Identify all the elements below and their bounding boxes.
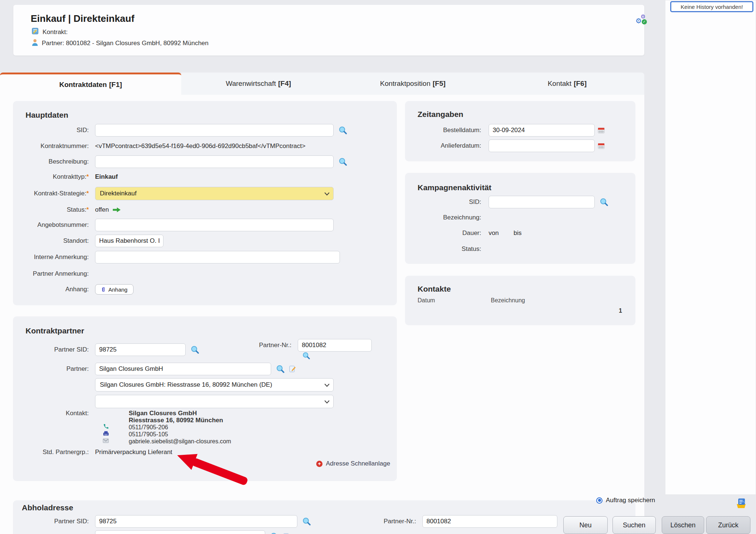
tab-kontraktposition[interactable]: Kontraktposition[F5] bbox=[335, 73, 490, 95]
beschreibung-input[interactable] bbox=[95, 155, 334, 168]
adresse-schnellanlage-link[interactable]: + Adresse Schnellanlage bbox=[316, 460, 390, 467]
kontrakt-summary-label: Kontrakt: bbox=[43, 28, 68, 36]
mail-icon bbox=[103, 438, 109, 444]
kontakt-label: Kontakt: bbox=[13, 410, 95, 417]
zurueck-button[interactable]: Zurück bbox=[706, 516, 750, 534]
dauer-von-label: von bbox=[489, 229, 499, 237]
chevron-down-icon bbox=[324, 400, 330, 404]
partner-input[interactable] bbox=[95, 363, 271, 375]
partner-nr-input[interactable] bbox=[298, 339, 372, 352]
kontakte-panel: Kontakte Datum Bezeichnung 1 bbox=[405, 276, 635, 325]
suchen-button[interactable]: Suchen bbox=[612, 516, 656, 534]
kontrakttyp-value: Einkauf bbox=[95, 173, 118, 181]
chevron-down-icon bbox=[324, 192, 330, 196]
kontakt-email: gabriele.siebelist@silgan-closures.com bbox=[129, 438, 231, 445]
kontakte-column-headers: Datum Bezeichnung bbox=[418, 297, 525, 304]
anhang-button[interactable]: Anhang bbox=[95, 284, 134, 295]
kontrakttyp-label: Kontrakttyp:* bbox=[13, 173, 95, 181]
bezeichnung-label: Bezeichnung: bbox=[405, 214, 489, 221]
sid-input[interactable] bbox=[95, 124, 334, 137]
abhol-partner-search-icon[interactable] bbox=[270, 533, 279, 534]
kontraktpartner-panel: Kontraktpartner Partner SID: Partner-Nr.… bbox=[13, 316, 397, 481]
beschreibung-search-icon[interactable] bbox=[339, 158, 347, 166]
partner-nr-label: Partner-Nr.: bbox=[235, 342, 298, 349]
anlieferdatum-calendar-icon[interactable] bbox=[598, 142, 605, 149]
abhol-partner-nr-input[interactable] bbox=[422, 515, 557, 528]
tab-kontakt[interactable]: Kontakt[F6] bbox=[490, 73, 644, 95]
kontraktpartner-heading: Kontraktpartner bbox=[26, 326, 84, 335]
person-icon bbox=[32, 39, 38, 48]
radio-selected-icon[interactable] bbox=[596, 497, 603, 504]
paperclip-icon bbox=[101, 286, 106, 292]
kontraktnummer-label: Kontraktnummer: bbox=[13, 142, 95, 150]
kontakt-name: Silgan Closures GmbH bbox=[129, 410, 231, 417]
abhol-partner-sid-search-icon[interactable] bbox=[303, 517, 311, 525]
kampagne-search-icon[interactable] bbox=[600, 198, 608, 206]
auftrag-speichern-label: Auftrag speichern bbox=[606, 497, 655, 504]
status-forward-arrow-icon[interactable] bbox=[113, 207, 121, 213]
strategie-select[interactable]: Direkteinkauf bbox=[95, 187, 334, 200]
partner-address-select[interactable]: Silgan Closures GmbH: Riesstrasse 16, 80… bbox=[95, 378, 334, 392]
sid-label: SID: bbox=[13, 127, 95, 134]
anlieferdatum-input[interactable] bbox=[489, 140, 595, 152]
settings-gears-icon[interactable]: ⚙ ⚙ ✓ bbox=[635, 14, 649, 26]
angebotsnummer-input[interactable] bbox=[95, 219, 334, 231]
sid-search-icon[interactable] bbox=[339, 126, 347, 134]
kampagne-status-label: Status: bbox=[405, 245, 489, 253]
abhol-partner-input[interactable] bbox=[95, 530, 265, 534]
loeschen-button[interactable]: Löschen bbox=[662, 516, 704, 534]
kontakte-col-bezeichnung: Bezeichnung bbox=[491, 297, 525, 304]
interne-anmerkung-input[interactable] bbox=[95, 251, 340, 263]
partner-contact-select[interactable] bbox=[95, 395, 334, 408]
kontakt-phone: 0511/7905-206 bbox=[129, 424, 231, 431]
plus-circle-icon: + bbox=[316, 461, 323, 467]
partnergrp-label: Std. Partnergrp.: bbox=[13, 449, 95, 456]
phone-icon bbox=[103, 424, 109, 430]
tab-kontraktdaten[interactable]: Kontraktdaten[F1] bbox=[0, 73, 181, 95]
tab-warenwirtschaft[interactable]: Warenwirtschaft[F4] bbox=[181, 73, 335, 95]
partnergrp-value: Primärverpackung Lieferant bbox=[95, 449, 172, 456]
history-sidebar: Keine History vorhanden! bbox=[665, 0, 756, 495]
bestelldatum-input[interactable] bbox=[489, 124, 595, 137]
kampagne-sid-input[interactable] bbox=[489, 196, 595, 208]
angebotsnummer-label: Angebotsnummer: bbox=[13, 221, 95, 229]
standort-input[interactable] bbox=[95, 235, 163, 247]
anlieferdatum-label: Anlieferdatum: bbox=[405, 142, 489, 150]
partner-sid-input[interactable] bbox=[95, 343, 186, 356]
neu-button[interactable]: Neu bbox=[563, 516, 608, 534]
strategie-label: Kontrakt-Strategie:* bbox=[13, 190, 95, 197]
status-label: Status:* bbox=[13, 206, 95, 214]
partner-anmerkung-label: Partner Anmerkung: bbox=[13, 270, 95, 278]
partner-nr-search-icon[interactable] bbox=[303, 352, 310, 361]
bestelldatum-label: Bestelldatum: bbox=[405, 127, 489, 134]
main-content: Hauptdaten SID: Kontraktnummer: <vTMPcon… bbox=[0, 95, 644, 534]
abhol-partner-sid-input[interactable] bbox=[95, 515, 297, 528]
check-badge-icon: ✓ bbox=[642, 19, 647, 24]
zeitangaben-panel: Zeitangaben Bestelldatum: Anlieferdatum: bbox=[405, 101, 635, 161]
abhol-partner-nr-label: Partner-Nr.: bbox=[346, 518, 422, 525]
dauer-bis-label: bis bbox=[513, 229, 522, 237]
abhol-partner-sid-label: Partner SID: bbox=[13, 518, 95, 525]
auftrag-speichern-option[interactable]: Auftrag speichern bbox=[596, 497, 655, 504]
partner-search-icon[interactable] bbox=[276, 365, 284, 373]
kontakte-page-number[interactable]: 1 bbox=[619, 308, 622, 314]
partner-sid-search-icon[interactable] bbox=[191, 346, 199, 354]
fax-icon bbox=[103, 431, 109, 437]
partner-summary-label: Partner: 8001082 - Silgan Closures GmbH,… bbox=[42, 40, 209, 47]
app-root: Einkauf | Direkteinkauf Kontrakt: Partne… bbox=[0, 0, 756, 534]
kontraktnummer-value: <vTMPcontract>639d5e54-f169-4ed0-906d-69… bbox=[95, 142, 306, 150]
partner-edit-icon[interactable] bbox=[289, 365, 296, 373]
header-card: Einkauf | Direkteinkauf Kontrakt: Partne… bbox=[13, 5, 644, 56]
abholadresse-heading: Abholadresse bbox=[22, 503, 73, 512]
standort-label: Standort: bbox=[13, 237, 95, 245]
kampagne-heading: Kampagnenaktivität bbox=[418, 183, 492, 192]
gear-purple-icon: ⚙ bbox=[641, 14, 645, 19]
dauer-label: Dauer: bbox=[405, 229, 489, 237]
kontakt-fax: 0511/7905-105 bbox=[129, 431, 231, 438]
beschreibung-label: Beschreibung: bbox=[13, 158, 95, 165]
history-notice: Keine History vorhanden! bbox=[670, 1, 753, 12]
status-value: offen bbox=[95, 206, 109, 214]
save-disk-icon[interactable] bbox=[735, 497, 747, 511]
zeitangaben-heading: Zeitangaben bbox=[418, 110, 463, 119]
bestelldatum-calendar-icon[interactable] bbox=[598, 127, 605, 134]
